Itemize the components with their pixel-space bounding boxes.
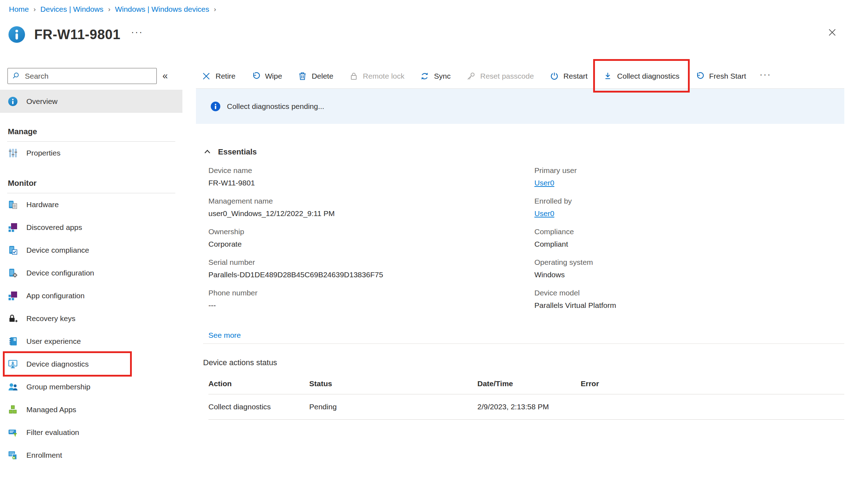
enrolled-by-link[interactable]: User0: [534, 209, 554, 217]
download-icon: [603, 72, 612, 81]
cell-status: Pending: [309, 394, 477, 420]
sidebar-item-label: Filter evaluation: [26, 428, 79, 437]
essentials-toggle[interactable]: Essentials: [203, 147, 844, 157]
field-phone-number: Phone number ---: [208, 288, 534, 310]
device-actions-table: Action Status Date/Time Error Collect di…: [208, 379, 844, 420]
sidebar-item-label: Group membership: [26, 383, 90, 391]
sidebar-item-label: App configuration: [26, 292, 84, 300]
sidebar-item-device-configuration[interactable]: Device configuration: [0, 262, 182, 284]
sidebar-item-label: Device compliance: [26, 246, 89, 254]
table-row: Collect diagnostics Pending 2/9/2023, 2:…: [208, 394, 844, 420]
sidebar-item-label: User experience: [26, 337, 81, 346]
sidebar-item-discovered-apps[interactable]: Discovered apps: [0, 216, 182, 239]
enrollment-plus-icon: [8, 450, 18, 460]
sidebar-item-hardware[interactable]: Hardware: [0, 193, 182, 216]
breadcrumb-home[interactable]: Home: [9, 5, 29, 14]
sidebar-section-monitor: Monitor: [0, 179, 182, 188]
sidebar-item-properties[interactable]: Properties: [0, 142, 182, 164]
fresh-start-button[interactable]: Fresh Start: [687, 64, 754, 89]
sidebar-item-label: Managed Apps: [26, 405, 76, 414]
title-more-button[interactable]: ···: [129, 27, 145, 42]
sidebar-section-manage: Manage: [0, 127, 182, 136]
sidebar-item-label: Overview: [26, 97, 58, 106]
sidebar-item-label: Discovered apps: [26, 223, 82, 232]
collect-diagnostics-button[interactable]: Collect diagnostics: [595, 64, 687, 89]
sidebar-item-filter-evaluation[interactable]: Filter evaluation: [0, 421, 182, 444]
see-more-link[interactable]: See more: [208, 331, 241, 340]
column-header-status: Status: [309, 379, 477, 394]
device-check-icon: [8, 245, 18, 255]
sidebar-item-overview[interactable]: Overview: [0, 90, 182, 113]
device-info-icon: [8, 26, 26, 43]
sidebar-item-group-membership[interactable]: Group membership: [0, 376, 182, 398]
column-header-action: Action: [208, 379, 309, 394]
field-primary-user: Primary user User0: [534, 166, 844, 188]
breadcrumb-chevron-icon: ›: [214, 5, 216, 13]
notebook-icon: [8, 336, 18, 346]
toolbar-more-button[interactable]: ···: [754, 64, 777, 89]
device-actions-toolbar: Retire Wipe Delete: [196, 64, 844, 89]
primary-user-link[interactable]: User0: [534, 179, 554, 187]
sidebar-item-enrollment[interactable]: Enrollment: [0, 444, 182, 467]
restart-button[interactable]: Restart: [542, 64, 596, 89]
apps-squares-icon: [8, 222, 18, 232]
close-blade-button[interactable]: [826, 26, 839, 39]
sync-button[interactable]: Sync: [412, 64, 458, 89]
divider: [203, 343, 844, 344]
field-device-name: Device name FR-W11-9801: [208, 166, 534, 188]
field-serial-number: Serial number Parallels-DD1DE489D28B45C6…: [208, 258, 534, 279]
field-management-name: Management name user0_Windows_12/12/2022…: [208, 196, 534, 218]
banner-text: Collect diagnostics pending...: [227, 102, 324, 111]
info-icon: [210, 101, 221, 112]
wipe-button[interactable]: Wipe: [243, 64, 290, 89]
cell-action: Collect diagnostics: [208, 394, 309, 420]
breadcrumb-windows-devices[interactable]: Windows | Windows devices: [115, 5, 209, 14]
device-gear-icon: [8, 268, 18, 278]
sync-icon: [420, 72, 429, 81]
column-header-error: Error: [581, 379, 844, 394]
retire-x-icon: [202, 72, 211, 81]
sidebar-item-device-diagnostics[interactable]: Device diagnostics: [0, 353, 182, 376]
breadcrumb-devices-windows[interactable]: Devices | Windows: [40, 5, 103, 14]
field-operating-system: Operating system Windows: [534, 258, 844, 279]
remote-lock-button: Remote lock: [341, 64, 413, 89]
sidebar-item-app-configuration[interactable]: App configuration: [0, 284, 182, 307]
close-icon: [827, 27, 837, 37]
sidebar-item-label: Properties: [26, 149, 61, 157]
trash-icon: [298, 72, 307, 81]
retire-button[interactable]: Retire: [196, 64, 243, 89]
breadcrumb-chevron-icon: ›: [33, 5, 36, 13]
field-ownership: Ownership Corporate: [208, 227, 534, 249]
sidebar-item-recovery-keys[interactable]: Recovery keys: [0, 307, 182, 330]
sidebar-item-label: Recovery keys: [26, 314, 76, 323]
lock-arrow-icon: [8, 314, 18, 324]
search-input[interactable]: [25, 72, 152, 80]
apps-squares-icon: [8, 291, 18, 301]
essentials-title: Essentials: [218, 147, 257, 157]
sidebar-collapse-button[interactable]: «: [162, 70, 168, 82]
page-header: FR-W11-9801 ···: [8, 26, 145, 43]
essentials-grid: Device name FR-W11-9801 Management name …: [203, 166, 844, 340]
notification-banner: Collect diagnostics pending...: [196, 89, 844, 124]
undo-arrow-icon: [695, 72, 704, 81]
lock-icon: [349, 72, 358, 81]
field-compliance: Compliance Compliant: [534, 227, 844, 249]
sidebar-item-label: Device configuration: [26, 269, 94, 277]
main-panel: Retire Wipe Delete: [196, 64, 844, 420]
sidebar-item-managed-apps[interactable]: Managed Apps: [0, 398, 182, 421]
field-enrolled-by: Enrolled by User0: [534, 196, 844, 218]
field-device-model: Device model Parallels Virtual Platform: [534, 288, 844, 310]
delete-button[interactable]: Delete: [290, 64, 341, 89]
reset-passcode-button: Reset passcode: [458, 64, 542, 89]
search-icon: [12, 72, 20, 80]
key-icon: [466, 72, 476, 81]
properties-sliders-icon: [8, 148, 18, 158]
sidebar-item-user-experience[interactable]: User experience: [0, 330, 182, 353]
breadcrumb: Home › Devices | Windows › Windows | Win…: [9, 5, 216, 14]
sidebar: « Overview Manage Properties Monitor: [0, 64, 182, 467]
undo-arrow-icon: [251, 72, 260, 81]
sidebar-item-device-compliance[interactable]: Device compliance: [0, 239, 182, 262]
chevron-up-icon: [203, 148, 212, 156]
cell-datetime: 2/9/2023, 2:13:58 PM: [477, 394, 581, 420]
green-cubes-icon: [8, 405, 18, 415]
